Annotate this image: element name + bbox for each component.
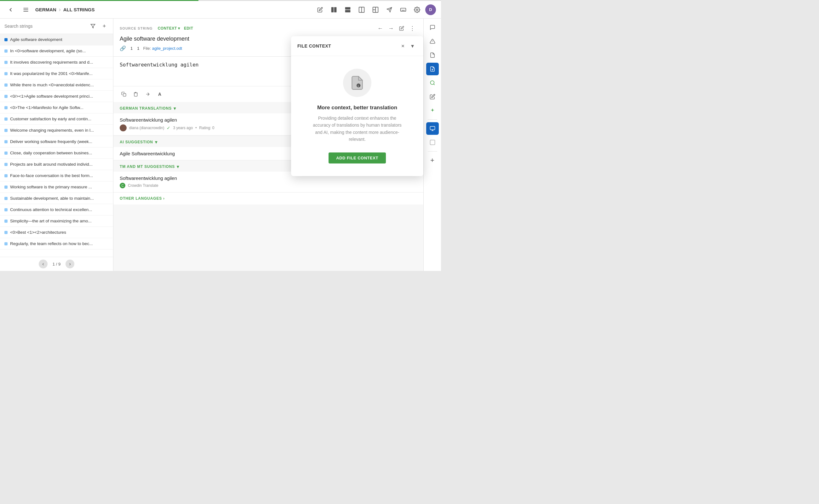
string-list-item[interactable]: Continuous attention to technical excell…: [0, 204, 113, 215]
file-link[interactable]: agile_project.odt: [152, 46, 182, 51]
layout-wide-sidebar-btn[interactable]: [426, 136, 439, 149]
other-languages-btn[interactable]: OTHER LANGUAGES ›: [113, 192, 423, 204]
translation-rating: Rating: 0: [199, 126, 214, 130]
string-list-item[interactable]: While there is much <0>anecdotal evidenc…: [0, 79, 113, 91]
issues-sidebar-btn[interactable]: [426, 35, 439, 48]
string-list-item[interactable]: In <0>software development, agile (so...: [0, 45, 113, 57]
history-sidebar-btn[interactable]: [426, 49, 439, 61]
string-list-item[interactable]: Face-to-face conversation is the best fo…: [0, 170, 113, 181]
menu-button[interactable]: [20, 4, 31, 15]
file-context-body: i More context, better translation Provi…: [291, 56, 423, 176]
string-list-item[interactable]: Working software is the primary measure …: [0, 181, 113, 193]
edit-tool-btn[interactable]: [314, 4, 326, 15]
string-list-item[interactable]: Deliver working software frequently (wee…: [0, 136, 113, 147]
layout2-btn[interactable]: [342, 4, 353, 15]
source-actions: CONTEXT ▾ EDIT: [158, 26, 193, 31]
translation-time: 3 years ago: [173, 126, 193, 130]
source-edit-btn[interactable]: [397, 24, 406, 33]
source-more-btn[interactable]: ⋮: [408, 24, 417, 33]
string-item-text: Sustainable development, able to maintai…: [10, 196, 94, 201]
translation-user-name: diana (dianacrowdin): [129, 126, 164, 130]
edit-trans-sidebar-btn[interactable]: [426, 90, 439, 103]
string-list-item[interactable]: It involves discovering requirements and…: [0, 57, 113, 68]
string-item-text: <0>The <1>Manifesto for Agile Softw...: [10, 105, 83, 110]
add-sidebar-btn[interactable]: +: [426, 154, 439, 167]
send-btn[interactable]: [384, 4, 395, 15]
svg-rect-4: [334, 7, 337, 12]
string-item-dot: [4, 106, 8, 109]
source-string-label: SOURCE STRING: [120, 26, 153, 30]
breadcrumb-all-strings[interactable]: ALL STRINGS: [63, 7, 95, 12]
edit-source-btn[interactable]: EDIT: [184, 26, 193, 31]
settings-btn[interactable]: [411, 4, 423, 15]
layout4-btn[interactable]: [370, 4, 381, 15]
string-list-item[interactable]: Sustainable development, able to maintai…: [0, 193, 113, 204]
source-next-btn[interactable]: →: [386, 24, 396, 33]
string-list-item[interactable]: Projects are built around motivated indi…: [0, 159, 113, 170]
add-file-context-btn[interactable]: ADD FILE CONTEXT: [329, 152, 386, 163]
string-list-item[interactable]: Customer satisfaction by early and conti…: [0, 113, 113, 125]
string-list-item[interactable]: <0>Best <1><2>architectures: [0, 227, 113, 238]
string-item-text: Regularly, the team reflects on how to b…: [10, 241, 93, 246]
context-btn[interactable]: CONTEXT ▾: [158, 26, 180, 31]
svg-line-29: [433, 84, 434, 85]
file-context-close-btn[interactable]: [398, 41, 408, 51]
string-item-text: Welcome changing requirements, even in l…: [10, 128, 94, 133]
string-item-dot: [4, 242, 8, 245]
string-list-item[interactable]: Agile software development: [0, 34, 113, 45]
add-string-btn[interactable]: +: [100, 22, 109, 31]
search-tm-sidebar-btn[interactable]: [426, 77, 439, 89]
ai-sidebar-btn[interactable]: [426, 104, 439, 117]
keyboard-btn[interactable]: [398, 4, 409, 15]
string-item-text: It involves discovering requirements and…: [10, 60, 93, 65]
screenshot-sidebar-btn[interactable]: [426, 122, 439, 135]
string-item-dot: [4, 49, 8, 53]
string-list-item[interactable]: It was popularized by the 2001 <0>Manife…: [0, 68, 113, 79]
copy-translation-btn[interactable]: [118, 89, 129, 100]
comments-sidebar-btn[interactable]: [426, 21, 439, 34]
svg-rect-5: [345, 7, 351, 9]
string-item-text: Deliver working software frequently (wee…: [10, 139, 92, 144]
filter-btn[interactable]: [89, 22, 97, 31]
breadcrumb-german[interactable]: GERMAN: [35, 7, 56, 12]
breadcrumb-separator: ›: [59, 6, 61, 13]
other-languages-label: OTHER LANGUAGES: [120, 196, 162, 201]
crowdin-meta: C Crowdin Translate: [120, 183, 417, 188]
string-item-dot: [4, 72, 8, 75]
source-string-label-row: SOURCE STRING CONTEXT ▾ EDIT ← → ⋮: [120, 24, 417, 33]
file-link-label: File: agile_project.odt: [143, 46, 182, 51]
tm-mt-label: TM AND MT SUGGESTIONS: [120, 164, 175, 169]
string-item-dot: [4, 95, 8, 98]
topbar-left: GERMAN › ALL STRINGS: [5, 4, 311, 15]
file-context-header: FILE CONTEXT ▾: [291, 36, 423, 56]
string-list-item[interactable]: Welcome changing requirements, even in l…: [0, 125, 113, 136]
pagination-bar: ‹ 1 / 9 ›: [0, 257, 113, 271]
layout1-btn[interactable]: [328, 4, 340, 15]
string-item-text: Agile software development: [10, 37, 62, 42]
search-input[interactable]: [4, 24, 86, 29]
string-list-item[interactable]: Regularly, the team reflects on how to b…: [0, 238, 113, 249]
verified-icon: ✓: [167, 125, 170, 130]
svg-rect-33: [430, 140, 435, 145]
spellcheck-btn[interactable]: A: [154, 89, 165, 100]
string-item-dot: [4, 38, 8, 41]
file-context-sidebar-btn[interactable]: [426, 63, 439, 75]
back-button[interactable]: [5, 4, 16, 15]
split-translation-btn[interactable]: [142, 89, 153, 100]
pagination-prev[interactable]: ‹: [39, 260, 48, 268]
delete-translation-btn[interactable]: [130, 89, 141, 100]
tm-suggestion-text: Softwareentwicklung agilen: [120, 175, 417, 181]
source-prev-btn[interactable]: ←: [375, 24, 385, 33]
layout3-btn[interactable]: [356, 4, 367, 15]
string-list-item[interactable]: Close, daily cooperation between busines…: [0, 147, 113, 159]
avatar[interactable]: D: [425, 4, 436, 15]
svg-point-26: [432, 69, 433, 70]
string-item-dot: [4, 186, 8, 189]
string-item-text: While there is much <0>anecdotal evidenc…: [10, 83, 94, 87]
pagination-next[interactable]: ›: [66, 260, 74, 268]
string-item-dot: [4, 61, 8, 64]
file-context-dropdown-btn[interactable]: ▾: [408, 41, 417, 51]
string-list-item[interactable]: Simplicity—the art of maximizing the amo…: [0, 215, 113, 227]
string-list-item[interactable]: <0>The <1>Manifesto for Agile Softw...: [0, 102, 113, 113]
string-list-item[interactable]: <0/><1>Agile software development princi…: [0, 91, 113, 102]
